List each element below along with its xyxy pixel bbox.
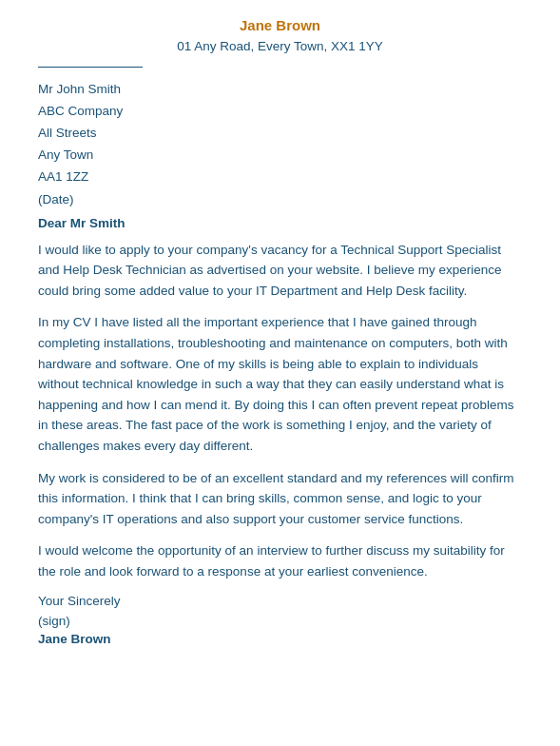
paragraph-2: In my CV I have listed all the important…: [38, 312, 522, 456]
recipient-block: Mr John Smith ABC Company All Streets An…: [38, 79, 522, 188]
recipient-postcode: AA1 1ZZ: [38, 167, 522, 188]
recipient-name: Mr John Smith: [38, 79, 522, 101]
footer-name: Jane Brown: [38, 632, 522, 646]
header-name: Jane Brown: [38, 17, 522, 33]
header-address: 01 Any Road, Every Town, XX1 1YY: [38, 39, 522, 53]
recipient-company: ABC Company: [38, 101, 522, 123]
recipient-town: Any Town: [38, 145, 522, 167]
paragraph-4: I would welcome the opportunity of an in…: [38, 540, 522, 581]
divider: [38, 67, 143, 68]
sign-line: (sign): [38, 614, 522, 628]
date-line: (Date): [38, 192, 522, 206]
salutation: Dear Mr Smith: [38, 216, 522, 230]
paragraph-3: My work is considered to be of an excell…: [38, 468, 522, 530]
paragraph-1: I would like to apply to your company's …: [38, 240, 522, 302]
closing: Your Sincerely: [38, 594, 522, 608]
recipient-street: All Streets: [38, 123, 522, 145]
